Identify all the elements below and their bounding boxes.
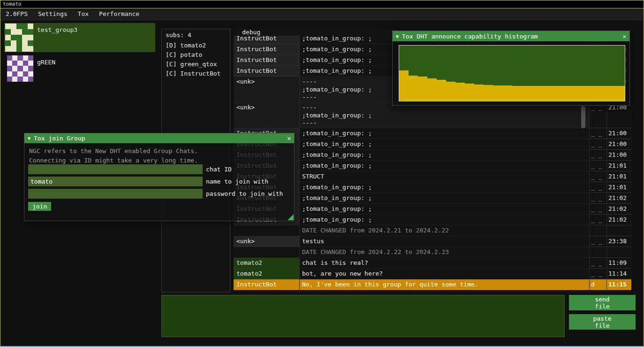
join-window-title: Tox join Group (34, 135, 85, 142)
message-flags: _ _ (589, 139, 606, 150)
join-field-row: password to join with (28, 189, 283, 199)
group-name: test_group3 (37, 26, 77, 33)
subs-header: subs: 4 (162, 29, 230, 41)
message-flags: _ _ (589, 258, 606, 269)
join-button[interactable]: join (28, 202, 51, 211)
message-time: 21:00 (606, 128, 631, 139)
message-flags (589, 225, 606, 236)
histogram-bar (540, 86, 550, 101)
sender-name: <unk> (234, 236, 299, 247)
join-name-input[interactable] (28, 177, 203, 186)
histogram-bar (531, 86, 540, 101)
message-text: ;tomato_in_group: ; (299, 161, 589, 171)
menu-item-2-0fps[interactable]: 2.0FPS (0, 8, 33, 20)
close-icon[interactable]: ✕ (287, 135, 291, 142)
sender-name (234, 247, 299, 258)
subs-list-item[interactable]: [C] green_qtox (162, 60, 230, 69)
chat-message-row[interactable]: <unk>----;tomato_in_group: ;----_ _21:00 (234, 102, 631, 128)
message-text: ;tomato_in_group: ; (299, 215, 589, 225)
histogram-bar (597, 86, 606, 101)
group-item-test_group3[interactable]: test_group3 (4, 23, 155, 52)
chat-message-row[interactable]: <unk>testus_ _23:38 (234, 236, 631, 247)
join-field-row: name to join with (28, 177, 283, 186)
message-time: 21:02 (606, 204, 631, 215)
paste-file-button[interactable]: paste file (569, 314, 636, 330)
group-name: gREEN (37, 59, 55, 66)
message-time: 21:01 (606, 171, 631, 182)
message-time: 21:00 (606, 150, 631, 161)
join-field-row: chat ID (28, 164, 283, 174)
sender-name: tomato2 (234, 258, 299, 269)
histogram-bar (427, 78, 437, 101)
message-flags: _ _ (589, 215, 606, 225)
subs-list-item[interactable]: [D] tomato2 (162, 41, 230, 51)
send-file-button[interactable]: send file (569, 295, 636, 310)
histogram-bar (568, 86, 578, 101)
histogram-window-title: Tox DHT announce capability histogram (402, 33, 538, 40)
join-password-input[interactable] (28, 189, 203, 199)
message-flags: _ _ (589, 171, 606, 182)
message-time: 21:01 (606, 161, 631, 171)
chat-scrollbar[interactable] (581, 106, 585, 128)
tab-debug[interactable]: debug (242, 29, 260, 36)
histogram-bar (606, 86, 615, 101)
message-text: ;tomato_in_group: ; (299, 150, 589, 161)
resize-grip[interactable] (288, 214, 294, 220)
os-titlebar[interactable]: tomato (0, 0, 644, 8)
column-divider (299, 36, 300, 293)
message-time: 11:09 (606, 258, 631, 269)
histogram-window-titlebar[interactable]: ▼ Tox DHT announce capability histogram … (393, 31, 629, 41)
menu-bar: 2.0FPSSettingsToxPerformance (0, 8, 644, 20)
message-text: bot, are you new here? (299, 269, 589, 279)
histogram-bar (437, 80, 446, 101)
message-flags: _ _ (589, 150, 606, 161)
menu-item-settings[interactable]: Settings (33, 8, 73, 20)
date-separator-row: DATE CHANGED from 2024.2.21 to 2024.2.22 (234, 225, 631, 236)
menu-item-tox[interactable]: Tox (73, 8, 94, 20)
date-separator-row: DATE CHANGED from 2024.2.22 to 2024.2.23 (234, 247, 631, 258)
date-separator-text: DATE CHANGED from 2024.2.21 to 2024.2.22 (299, 225, 589, 236)
sender-name: InstructBot (234, 55, 299, 66)
message-time: 11:15 (606, 279, 631, 290)
field-label: name to join with (206, 178, 268, 185)
message-flags: _ _ (589, 204, 606, 215)
subs-list-item[interactable]: [C] potato (162, 51, 230, 60)
message-text: ----;tomato_in_group: ;---- (299, 102, 589, 128)
join-info-text: NGC refers to the New DHT enabled Group … (29, 147, 294, 156)
close-icon[interactable]: ✕ (622, 33, 626, 40)
collapse-arrow-icon[interactable]: ▼ (28, 136, 30, 141)
subs-list-item[interactable]: [C] InstructBot (162, 69, 230, 79)
sender-name (234, 225, 299, 236)
join-window-titlebar[interactable]: ▼ Tox join Group ✕ (24, 133, 294, 143)
collapse-arrow-icon[interactable]: ▼ (396, 34, 399, 39)
message-time: 21:00 (606, 139, 631, 150)
message-time: 11:14 (606, 269, 631, 279)
message-text: chat is this real? (299, 258, 589, 269)
message-text: ;tomato_in_group: ; (299, 128, 589, 139)
sender-name: InstructBot (234, 279, 299, 290)
histogram-bar (587, 86, 597, 101)
group-item-gREEN[interactable]: gREEN (4, 55, 155, 82)
window-title: tomato (3, 1, 22, 7)
group-roster: test_group3gREEN (4, 23, 155, 85)
subs-list: [D] tomato2[C] potato[C] green_qtox[C] I… (162, 41, 230, 79)
sender-name: tomato2 (234, 269, 299, 279)
message-flags: d (589, 279, 606, 290)
histogram-bar (465, 84, 474, 101)
menu-item-performance[interactable]: Performance (94, 8, 144, 20)
message-flags: _ _ (589, 269, 606, 279)
chat-message-row[interactable]: InstructBotNo, I've been in this group f… (234, 279, 631, 290)
message-input[interactable] (161, 295, 565, 337)
chat-message-row[interactable]: tomato2chat is this real?_ _11:09 (234, 258, 631, 269)
histogram-bar (522, 86, 531, 101)
field-label: chat ID (206, 166, 232, 173)
histogram-bar (550, 86, 559, 101)
message-flags (589, 247, 606, 258)
message-text: ;tomato_in_group: ; (299, 193, 589, 204)
chat-message-row[interactable]: tomato2bot, are you new here?_ _11:14 (234, 269, 631, 279)
message-flags: _ _ (589, 102, 606, 128)
sender-name: InstructBot (234, 44, 299, 55)
chat-id-input[interactable] (28, 164, 203, 174)
date-separator-text: DATE CHANGED from 2024.2.22 to 2024.2.23 (299, 247, 589, 258)
sender-name: <unk> (234, 77, 299, 102)
